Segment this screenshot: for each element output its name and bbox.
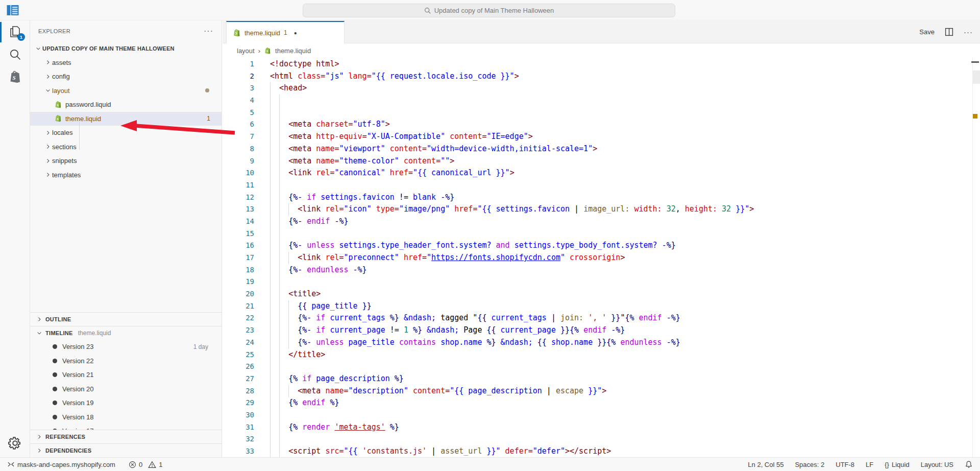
code-line-7[interactable]: 7 <meta http-equiv="X-UA-Compatible" con…: [223, 131, 980, 143]
explorer-badge: 1: [17, 33, 25, 41]
code-line-24[interactable]: 24 {%- unless page_title contains shop.n…: [223, 337, 980, 349]
code-line-3[interactable]: 3 <head>: [223, 82, 980, 95]
status-bar: masks-and-capes.myshopify.com 0 1 Ln 2, …: [0, 457, 980, 471]
app-logo-icon[interactable]: [7, 5, 19, 16]
code-line-28[interactable]: 28 <meta name="description" content="{{ …: [223, 385, 980, 397]
indent-guide: [288, 300, 289, 349]
code-line-23[interactable]: 23 {%- if current_page != 1 %} &ndash; P…: [223, 324, 980, 337]
code-line-27[interactable]: 27 {% if page_description %}: [223, 373, 980, 385]
tree-item-password-liquid[interactable]: Spassword.liquid: [30, 98, 222, 112]
code-line-25[interactable]: 25 </title>: [223, 349, 980, 361]
save-button[interactable]: Save: [919, 28, 935, 36]
tree-root-updated-copy-of-main-theme-halloween[interactable]: UPDATED COPY OF MAIN THEME HALLOWEEN: [30, 41, 222, 56]
tree-item-assets[interactable]: assets: [30, 56, 222, 70]
code-line-6[interactable]: 6 <meta charset="utf-8">: [223, 119, 980, 131]
line-number: 10: [223, 167, 254, 179]
tree-item-sections[interactable]: sections: [30, 140, 222, 154]
tree-item-locales[interactable]: locales: [30, 126, 222, 140]
code-line-10[interactable]: 10 <link rel="canonical" href="{{ canoni…: [223, 167, 980, 179]
timeline-item-version-21[interactable]: Version 21: [30, 368, 222, 382]
timeline-item-version-20[interactable]: Version 20: [30, 382, 222, 396]
code-line-11[interactable]: 11: [223, 179, 980, 192]
activity-shopify-button[interactable]: S: [0, 66, 30, 88]
tree-item-layout[interactable]: layout: [30, 84, 222, 98]
timeline-item-version-19[interactable]: Version 19: [30, 396, 222, 410]
code-line-32[interactable]: 32: [223, 433, 980, 445]
editor-more-button[interactable]: ···: [964, 28, 973, 36]
timeline-item-version-22[interactable]: Version 22: [30, 354, 222, 368]
code-line-1[interactable]: 1<!doctype html>: [223, 58, 980, 70]
code-line-31[interactable]: 31 {% render 'meta-tags' %}: [223, 421, 980, 434]
tree-indent-guide: [79, 122, 80, 150]
keyboard-layout[interactable]: Layout: US: [921, 461, 953, 468]
line-number: 9: [223, 155, 254, 168]
version-bullet-icon: [53, 359, 57, 363]
breadcrumb-file[interactable]: theme.liquid: [275, 47, 311, 55]
timeline-item-version-17[interactable]: Version 17: [30, 424, 222, 430]
code-line-29[interactable]: 29 {% endif %}: [223, 397, 980, 409]
code-line-33[interactable]: 33 <script src="{{ 'constants.js' | asse…: [223, 445, 980, 457]
code-line-22[interactable]: 22 {%- if current_tags %} &ndash; tagged…: [223, 312, 980, 324]
references-section-header[interactable]: REFERENCES: [30, 430, 222, 443]
timeline-item-version-18[interactable]: Version 18: [30, 410, 222, 425]
code-line-13[interactable]: 13 <link rel="icon" type="image/png" hre…: [223, 203, 980, 216]
explorer-title: EXPLORER: [38, 28, 70, 34]
indentation-setting[interactable]: Spaces: 2: [795, 461, 824, 468]
svg-text:S: S: [57, 117, 59, 121]
outline-section-header[interactable]: OUTLINE: [30, 312, 222, 326]
code-line-20[interactable]: 20 <title>: [223, 288, 980, 300]
scrollbar-thumb[interactable]: [973, 70, 980, 84]
cursor-position[interactable]: Ln 2, Col 55: [748, 461, 783, 468]
svg-text:S: S: [266, 49, 268, 53]
tab-label: theme.liquid: [244, 29, 280, 37]
line-number: 2: [223, 70, 254, 83]
command-center-search[interactable]: Updated copy of Main Theme Halloween: [303, 4, 675, 17]
code-line-12[interactable]: 12 {%- if settings.favicon != blank -%}: [223, 192, 980, 204]
line-number: 22: [223, 312, 254, 324]
code-line-21[interactable]: 21 {{ page_title }}: [223, 300, 980, 313]
activity-settings-button[interactable]: [0, 436, 30, 450]
explorer-sidebar: EXPLORER ··· UPDATED COPY OF MAIN THEME …: [30, 21, 222, 457]
code-line-2[interactable]: 2<html class="js" lang="{{ request.local…: [223, 70, 980, 83]
breadcrumb-folder[interactable]: layout: [237, 47, 255, 55]
code-line-16[interactable]: 16 {%- unless settings.type_header_font.…: [223, 240, 980, 252]
remote-indicator[interactable]: masks-and-capes.myshopify.com: [7, 461, 115, 468]
line-number: 1: [223, 58, 254, 70]
encoding-setting[interactable]: UTF-8: [836, 461, 854, 468]
code-line-15[interactable]: 15: [223, 228, 980, 240]
code-line-8[interactable]: 8 <meta name="viewport" content="width=d…: [223, 143, 980, 155]
code-line-26[interactable]: 26: [223, 361, 980, 373]
code-line-17[interactable]: 17 <link rel="preconnect" href="https://…: [223, 252, 980, 264]
activity-search-button[interactable]: [0, 43, 30, 66]
version-bullet-icon: [53, 415, 57, 419]
problems-indicator[interactable]: 0 1: [129, 461, 162, 468]
language-mode[interactable]: {} Liquid: [885, 461, 909, 468]
split-editor-icon[interactable]: [945, 28, 953, 36]
code-line-30[interactable]: 30: [223, 409, 980, 421]
code-line-19[interactable]: 19: [223, 276, 980, 288]
chevron-down-icon: [44, 86, 52, 95]
code-editor[interactable]: 1<!doctype html>2<html class="js" lang="…: [223, 58, 980, 457]
timeline-item-version-23[interactable]: Version 231 day: [30, 340, 222, 354]
activity-explorer-button[interactable]: 1: [0, 21, 30, 43]
bell-icon[interactable]: [965, 460, 973, 468]
explorer-more-button[interactable]: ···: [204, 29, 213, 34]
dependencies-section-header[interactable]: DEPENDENCIES: [30, 443, 222, 457]
line-number: 18: [223, 264, 254, 276]
tree-item-templates[interactable]: templates: [30, 168, 222, 182]
breadcrumb: layout › S theme.liquid: [223, 43, 980, 58]
code-line-18[interactable]: 18 {%- endunless -%}: [223, 264, 980, 276]
code-line-9[interactable]: 9 <meta name="theme-color" content="">: [223, 155, 980, 168]
tab-theme-liquid[interactable]: S theme.liquid 1 ●: [226, 21, 345, 43]
code-line-14[interactable]: 14 {%- endif -%}: [223, 216, 980, 228]
line-number: 31: [223, 421, 254, 434]
code-line-5[interactable]: 5: [223, 107, 980, 119]
tree-item-theme-liquid[interactable]: Stheme.liquid1: [30, 112, 222, 126]
folder-modified-dot: [205, 88, 209, 92]
tree-item-config[interactable]: config: [30, 69, 222, 84]
eol-setting[interactable]: LF: [866, 461, 873, 468]
timeline-section-header[interactable]: TIMELINE theme.liquid: [30, 326, 222, 340]
tree-item-snippets[interactable]: snippets: [30, 154, 222, 168]
warning-count: 1: [159, 461, 162, 468]
code-line-4[interactable]: 4: [223, 95, 980, 107]
